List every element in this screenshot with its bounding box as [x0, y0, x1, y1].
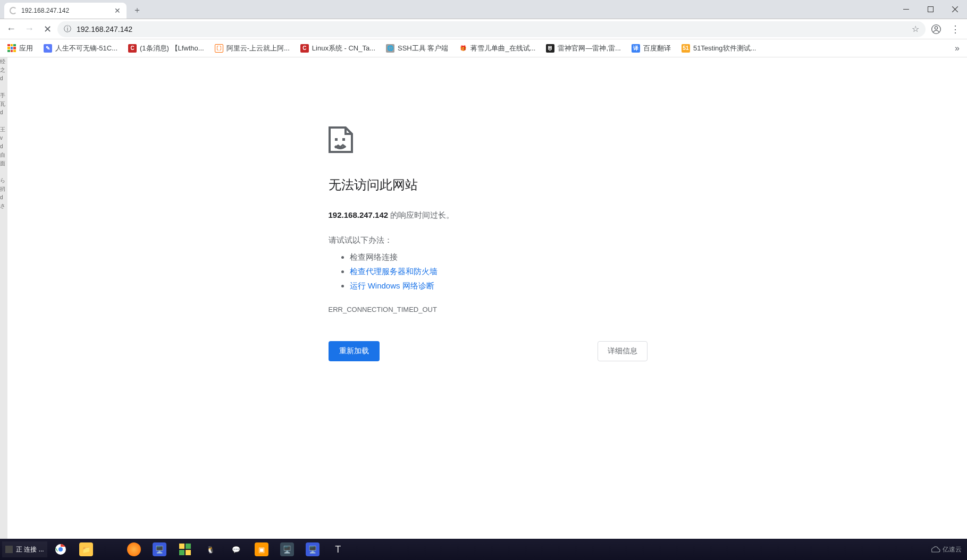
site-info-icon[interactable]: ⓘ: [64, 24, 71, 34]
favicon-icon: 🌐: [386, 44, 394, 53]
bookmarks-bar: 应用 ✎人生不可无镝-51C... C(1条消息) 【Lfwtho... 〔〕阿…: [0, 39, 967, 57]
favicon-icon: C: [300, 44, 309, 53]
bookmark-label: Linux系统 - CN_Ta...: [312, 44, 375, 53]
maximize-button[interactable]: [918, 0, 943, 19]
apps-grid-icon: [7, 44, 16, 53]
svg-point-3: [935, 26, 937, 29]
bookmark-item[interactable]: 🌐SSH工具 客户端: [382, 41, 452, 55]
bookmark-label: SSH工具 客户端: [398, 44, 448, 53]
bookmark-item[interactable]: CLinux系统 - CN_Ta...: [296, 41, 380, 55]
favicon-icon: ⛨: [546, 44, 554, 53]
svg-rect-0: [903, 9, 909, 10]
window-controls: [894, 0, 967, 19]
bookmark-item[interactable]: 〔〕阿里云-上云就上阿...: [211, 41, 294, 55]
stop-reload-button[interactable]: ✕: [39, 21, 55, 37]
back-button[interactable]: ←: [3, 21, 19, 37]
apps-label: 应用: [19, 44, 33, 53]
bookmark-item[interactable]: 5151Testing软件测试...: [677, 41, 761, 55]
bookmark-label: 蒋雪儿单曲_在线试...: [470, 44, 535, 53]
close-tab-button[interactable]: ✕: [114, 7, 121, 14]
apps-button[interactable]: 应用: [3, 41, 37, 55]
nav-toolbar: ← → ✕ ⓘ 192.168.247.142 ☆ ⋮: [0, 19, 967, 39]
bookmark-label: 百度翻译: [643, 44, 671, 53]
bookmark-item[interactable]: 🎁蒋雪儿单曲_在线试...: [455, 41, 540, 55]
bookmark-label: 51Testing软件测试...: [693, 44, 756, 53]
favicon-icon: 51: [682, 44, 690, 53]
close-window-button[interactable]: [943, 0, 967, 19]
omnibox[interactable]: ⓘ 192.168.247.142 ☆: [57, 21, 926, 37]
omnibox-url: 192.168.247.142: [77, 25, 906, 33]
favicon-icon: 〔〕: [215, 44, 223, 53]
bookmark-label: 人生不可无镝-51C...: [55, 44, 117, 53]
favicon-icon: ✎: [44, 44, 52, 53]
svg-rect-1: [928, 7, 933, 12]
bookmark-item[interactable]: ✎人生不可无镝-51C...: [39, 41, 122, 55]
forward-button[interactable]: →: [21, 21, 37, 37]
favicon-icon: 译: [632, 44, 640, 53]
browser-tab[interactable]: 192.168.247.142 ✕: [4, 3, 127, 19]
tab-title: 192.168.247.142: [21, 7, 110, 14]
minimize-button[interactable]: [894, 0, 918, 19]
bookmark-label: (1条消息) 【Lfwtho...: [140, 44, 204, 53]
bookmark-label: 雷神官网—雷神,雷...: [558, 44, 620, 53]
favicon-icon: 🎁: [459, 44, 467, 53]
window-titlebar: 192.168.247.142 ✕ ＋: [0, 0, 967, 19]
new-tab-button[interactable]: ＋: [130, 3, 145, 18]
profile-avatar-icon[interactable]: [928, 24, 945, 35]
bookmarks-overflow-button[interactable]: »: [951, 41, 964, 55]
bookmark-item[interactable]: C(1条消息) 【Lfwtho...: [124, 41, 208, 55]
main-menu-button[interactable]: ⋮: [947, 23, 964, 35]
bookmark-label: 阿里云-上云就上阿...: [226, 44, 290, 53]
favicon-icon: C: [128, 44, 137, 53]
bookmark-item[interactable]: ⛨雷神官网—雷神,雷...: [542, 41, 625, 55]
bookmark-star-icon[interactable]: ☆: [912, 24, 919, 34]
bookmark-item[interactable]: 译百度翻译: [627, 41, 675, 55]
loading-spinner-icon: [10, 7, 17, 14]
